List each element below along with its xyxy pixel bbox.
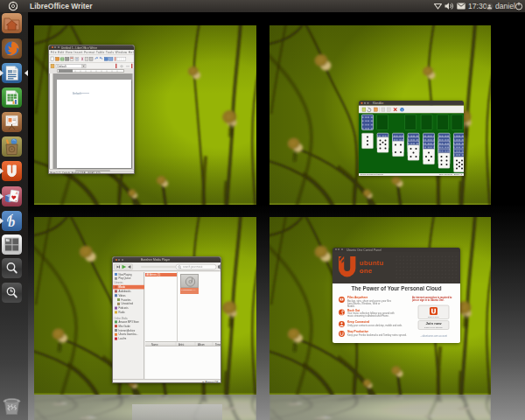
svg-text:Keep Connected: Keep Connected bbox=[347, 320, 369, 324]
svg-text:Last.fm: Last.fm bbox=[119, 337, 128, 340]
svg-text:Libraries: Libraries bbox=[115, 281, 124, 284]
svg-text:one: one bbox=[360, 267, 373, 275]
svg-text:Radio: Radio bbox=[119, 311, 126, 314]
svg-text:Online Media: Online Media bbox=[115, 316, 129, 319]
svg-text:Sign in here: Sign in here bbox=[428, 316, 439, 318]
svg-text:Play Queue: Play Queue bbox=[119, 276, 132, 280]
svg-text:Join now: Join now bbox=[425, 321, 442, 326]
svg-text:Unwatched: Unwatched bbox=[122, 302, 134, 305]
svg-text:2GB of free storage: 2GB of free storage bbox=[424, 326, 444, 329]
svg-text:Unify your contacts across des: Unify your contacts across desktop, mobi… bbox=[347, 324, 402, 327]
svg-text:Stay Productive: Stay Productive bbox=[347, 330, 368, 333]
svg-text:Internet Archive: Internet Archive bbox=[119, 328, 136, 332]
svg-text:search your music: search your music bbox=[183, 265, 203, 269]
svg-text:Audiobooks: Audiobooks bbox=[119, 290, 132, 293]
svg-text:Miro Guide: Miro Guide bbox=[119, 324, 131, 327]
svg-text:join or sign in to Ubuntu One.: join or sign in to Ubuntu One. bbox=[411, 298, 444, 302]
svg-text:Files Anywhere: Files Anywhere bbox=[347, 296, 368, 299]
svg-text:...ubuntuone.com account: ...ubuntuone.com account bbox=[420, 334, 447, 338]
svg-text:Videos: Videos bbox=[119, 293, 127, 297]
svg-text:Now Playing: Now Playing bbox=[119, 272, 132, 276]
svg-text:Music: Music bbox=[119, 285, 126, 289]
svg-text:Mobile.: Mobile. bbox=[347, 304, 355, 308]
svg-text:Amazon MP3 Store: Amazon MP3 Store bbox=[119, 320, 140, 324]
svg-text:Favorites: Favorites bbox=[122, 298, 132, 301]
svg-text:Keep your Firefox bookmarks an: Keep your Firefox bookmarks and Tomboy n… bbox=[347, 333, 407, 337]
svg-text:b: b bbox=[8, 214, 15, 228]
svg-text:Default: Default bbox=[58, 65, 66, 68]
svg-text:Ubuntu Downloa...: Ubuntu Downloa... bbox=[119, 332, 138, 336]
svg-text:Rock Out: Rock Out bbox=[347, 309, 360, 312]
svg-text:music streaming to Android and: music streaming to Android and iPhone. bbox=[347, 314, 389, 318]
svg-text:Podcasts: Podcasts bbox=[119, 306, 130, 310]
